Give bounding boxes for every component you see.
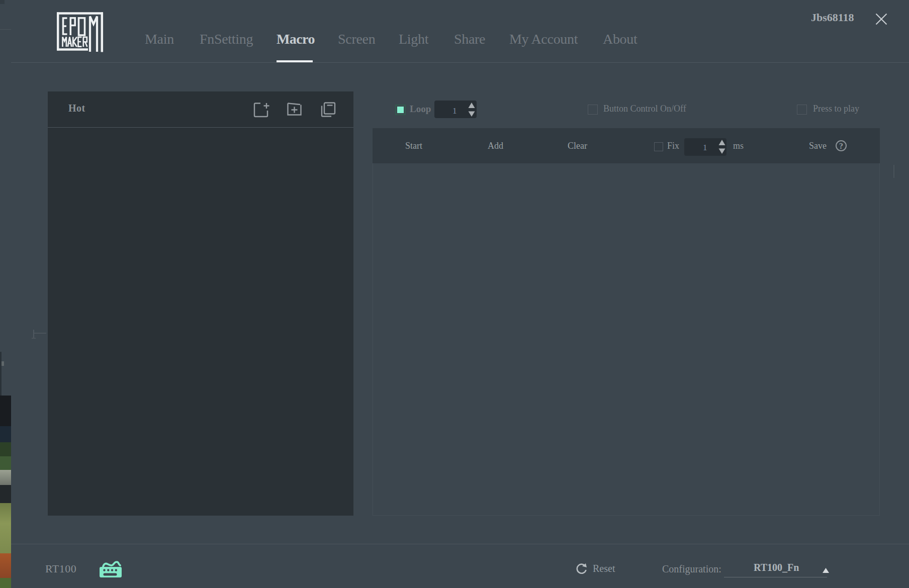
svg-text:?: ?	[839, 142, 843, 150]
